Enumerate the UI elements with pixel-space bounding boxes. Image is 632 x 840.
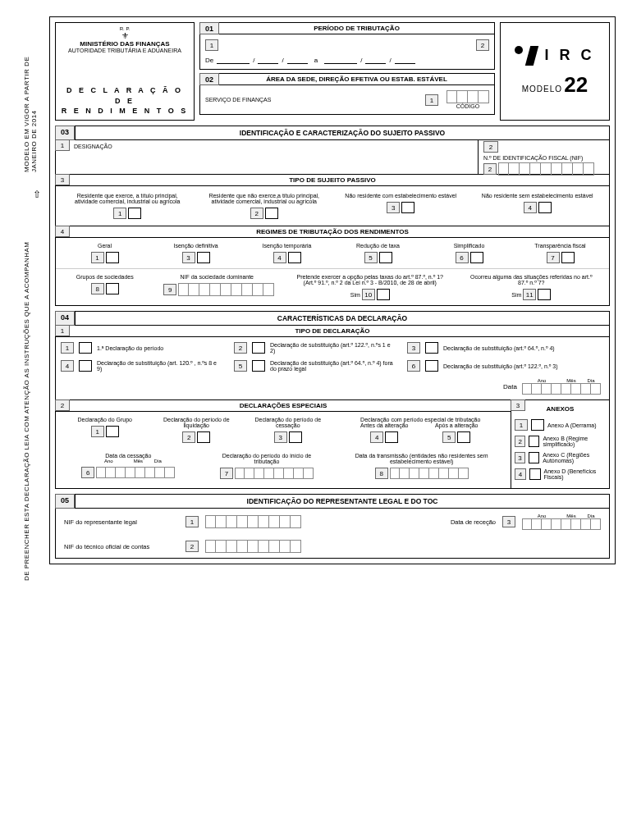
checkbox[interactable] [79,342,92,354]
field-num: 3 [274,431,287,443]
section-title: IDENTIFICAÇÃO DO REPRESENTANTE LEGAL E D… [75,494,610,509]
modelo-number: 22 [564,72,588,97]
nif-rep-label: NIF do representante legal [64,518,179,526]
nif-toc-input[interactable] [205,540,301,553]
date-transmission-input[interactable] [390,468,469,479]
irc-text: I R C [544,47,594,64]
checkbox[interactable] [197,431,210,443]
date-cessation-input[interactable] [96,467,175,478]
date-input[interactable] [522,383,601,395]
nif-input[interactable] [498,162,594,176]
checkbox[interactable] [457,431,470,443]
checkbox[interactable] [377,289,390,300]
ministry-box: R. P. ⚜ MINISTÉRIO DAS FINANÇAS AUTORIDA… [55,22,195,121]
checkbox[interactable] [197,252,210,263]
field-num: 2 [483,163,497,175]
field-num: 5 [234,360,247,372]
decl-label: Declaração de substituição (art.º 64.º, … [270,360,394,372]
checkbox[interactable] [289,431,302,443]
checkbox[interactable] [531,419,544,431]
reg-label: Pretende exercer a opção pelas taxas do … [296,274,444,285]
panel-01: 01 PERÍODO DE TRIBUTAÇÃO 1 2 De // a // [199,22,495,70]
checkbox[interactable] [401,202,414,213]
anexo-label: Anexo B (Regime simplificado) [543,436,606,447]
sub-num: 1 [55,325,70,336]
checkbox[interactable] [538,289,551,300]
checkbox[interactable] [425,342,438,354]
checkbox[interactable] [385,431,398,443]
reg-label: Ocorreu alguma das situações referidas n… [469,274,593,285]
decl-type-title: TIPO DE DECLARAÇÃO [56,326,609,337]
checkbox[interactable] [529,436,539,447]
authority-name: AUTORIDADE TRIBUTÁRIA E ADUANEIRA [59,48,190,53]
field-num: 4 [515,468,526,480]
checkbox[interactable] [529,468,541,480]
field-num: 1 [61,342,74,354]
panel-num: 02 [199,73,219,85]
field-num: 1 [113,208,126,219]
field-num: 4 [524,202,537,213]
field-num: 7 [220,468,233,479]
checkbox[interactable] [265,208,278,219]
field-num: 4 [370,431,383,443]
reg-label: Simplificado [437,243,502,249]
emblem-icon: ⚜ [59,31,190,40]
checkbox[interactable] [79,360,92,372]
panel-num: 01 [199,22,219,34]
checkbox[interactable] [252,360,265,372]
checkbox[interactable] [106,252,119,263]
reg-label: Isenção definitiva [163,243,229,249]
esp-label: Data da transmissão (entidades não resid… [348,453,496,464]
code-input[interactable] [447,90,489,103]
field-num: 10 [362,289,375,300]
opt-label: Residente que exerce, a título principal… [70,193,185,204]
esp-label: Declaração do período do início de tribu… [209,453,324,464]
ministry-name: MINISTÉRIO DAS FINANÇAS [59,40,190,48]
modelo-label: MODELO [522,84,562,94]
checkbox[interactable] [252,342,265,354]
field-num: 6 [407,360,420,372]
checkbox[interactable] [561,252,575,263]
decl-label: 1.ª Declaração do período [97,345,221,351]
nif-rep-input[interactable] [205,515,301,528]
field-num: 2 [182,431,195,443]
sub-num: 4 [55,226,70,237]
date-reception-input[interactable] [522,518,601,530]
field-num: 11 [523,289,536,300]
checkbox[interactable] [128,208,141,219]
model-box: I R C MODELO 22 [500,22,610,121]
field-num: 3 [502,516,515,527]
field-num: 3 [515,452,525,463]
field-num: 1 [91,426,104,437]
reg-label: Isenção temporária [254,243,320,249]
field-num: 3 [407,342,420,354]
reg-label: Redução de taxa [346,243,411,249]
checkbox[interactable] [288,252,301,263]
section-num: 04 [55,311,75,326]
field-num: 2 [515,436,525,447]
nif-dominant-input[interactable] [178,283,274,296]
designation-label: DESIGNAÇÃO [74,144,478,149]
checkbox[interactable] [538,202,552,213]
checkbox[interactable] [425,360,438,372]
checkbox[interactable] [470,252,483,263]
declaration-title: D E C L A R A Ç Ã O D E R E N D I M E N … [59,85,190,116]
date-label: Data [503,383,517,390]
field-num: 5 [442,431,456,443]
section-num: 03 [55,126,75,140]
field-num: 2 [250,208,263,219]
panel-title: PERÍODO DE TRIBUTAÇÃO [219,22,495,34]
field-num: 1 [205,39,218,51]
decl-label: Declaração de substituição (art. 120.º ,… [97,360,221,372]
period-dates[interactable]: De // a // [205,56,489,64]
field-num: 7 [547,252,560,263]
field-num: 6 [81,467,94,478]
checkbox[interactable] [106,283,119,294]
checkbox[interactable] [106,426,119,437]
esp-label: Antes da alteração [351,422,417,428]
checkbox[interactable] [529,452,539,463]
field-num: 3 [387,202,400,213]
checkbox[interactable] [379,252,392,263]
field-num: 1 [425,94,438,106]
date-start-input[interactable] [235,468,314,479]
